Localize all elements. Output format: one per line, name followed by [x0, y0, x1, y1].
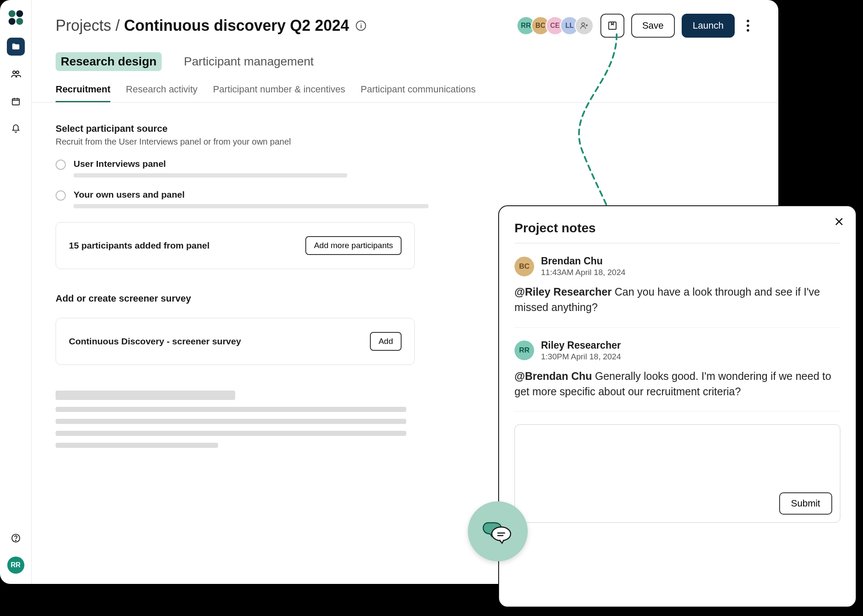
- more-menu-button[interactable]: [742, 20, 754, 32]
- sub-tabs: RecruitmentResearch activityParticipant …: [32, 84, 778, 103]
- note-timestamp: 11:43AM April 18, 2024: [541, 268, 626, 277]
- sidebar-item-help[interactable]: [7, 529, 25, 547]
- note-timestamp: 1:30PM April 18, 2024: [541, 352, 621, 361]
- sidebar-item-people[interactable]: [7, 65, 25, 83]
- bell-icon: [11, 124, 21, 133]
- note-item: RRRiley Researcher1:30PM April 18, 2024@…: [514, 328, 840, 412]
- help-icon: [11, 533, 21, 543]
- breadcrumb-parent[interactable]: Projects: [56, 17, 111, 35]
- note-textarea[interactable]: [523, 432, 832, 492]
- note-author: Riley Researcher: [541, 340, 621, 351]
- panel-participants-card: 15 participants added from panel Add mor…: [56, 222, 415, 269]
- section-desc: Recruit from the User Interviews panel o…: [56, 137, 754, 147]
- note-avatar: RR: [514, 341, 534, 360]
- svg-point-0: [13, 71, 15, 74]
- placeholder-line: [74, 204, 429, 208]
- svg-point-5: [582, 23, 585, 26]
- note-author: Brendan Chu: [541, 255, 626, 267]
- tab-participant-management[interactable]: Participant management: [179, 52, 319, 71]
- submit-note-button[interactable]: Submit: [779, 492, 832, 515]
- placeholder-line: [74, 173, 347, 178]
- chat-bubbles-icon: [481, 514, 515, 548]
- sub-tab[interactable]: Recruitment: [56, 84, 110, 102]
- close-icon: [833, 216, 845, 227]
- collaborator-avatars: RRBCCELL: [517, 16, 594, 35]
- launch-button[interactable]: Launch: [682, 14, 735, 38]
- note-body: @Brendan Chu Generally looks good. I'm w…: [514, 368, 840, 400]
- close-notes-button[interactable]: [833, 216, 845, 230]
- notes-title: Project notes: [514, 221, 840, 243]
- section-title: Select participant source: [56, 123, 754, 134]
- save-button[interactable]: Save: [631, 14, 675, 38]
- mention[interactable]: @Brendan Chu: [514, 370, 592, 382]
- card-text: Continuous Discovery - screener survey: [69, 336, 241, 346]
- note-body: @Riley Researcher Can you have a look th…: [514, 284, 840, 315]
- add-collaborator-button[interactable]: [575, 16, 594, 35]
- info-icon[interactable]: i: [356, 21, 366, 31]
- note-input-box: Submit: [514, 424, 840, 523]
- notes-list: BCBrendan Chu11:43AM April 18, 2024@Rile…: [514, 243, 840, 412]
- folder-icon: [11, 42, 21, 51]
- sub-tab[interactable]: Participant number & incentives: [213, 84, 345, 102]
- breadcrumb-sep: /: [115, 17, 120, 35]
- notes-button[interactable]: [600, 14, 624, 38]
- sidebar: RR: [0, 0, 32, 584]
- sub-tab[interactable]: Participant communications: [361, 84, 476, 102]
- sub-tab[interactable]: Research activity: [126, 84, 198, 102]
- svg-point-7: [492, 527, 511, 541]
- card-text: 15 participants added from panel: [69, 240, 210, 251]
- sidebar-item-projects[interactable]: [7, 38, 25, 56]
- people-icon: [11, 69, 21, 79]
- app-logo: [9, 10, 23, 25]
- tab-research-design[interactable]: Research design: [56, 52, 162, 71]
- screener-card: Continuous Discovery - screener survey A…: [56, 318, 415, 365]
- project-notes-panel: Project notes BCBrendan Chu11:43AM April…: [498, 205, 857, 607]
- sidebar-item-calendar[interactable]: [7, 92, 25, 110]
- note-icon: [607, 20, 618, 31]
- mode-tabs: Research design Participant management: [56, 52, 754, 71]
- breadcrumb: Projects / Continuous discovery Q2 2024 …: [56, 17, 366, 35]
- person-plus-icon: [580, 21, 588, 30]
- sidebar-user-avatar[interactable]: RR: [7, 557, 24, 574]
- chat-fab[interactable]: [468, 501, 528, 561]
- note-avatar: BC: [514, 257, 534, 276]
- option-label: Your own users and panel: [74, 190, 754, 200]
- add-screener-button[interactable]: Add: [370, 332, 402, 351]
- radio-icon[interactable]: [56, 190, 66, 201]
- svg-rect-6: [609, 22, 616, 29]
- source-option-0[interactable]: User Interviews panel: [56, 159, 754, 178]
- svg-rect-2: [12, 99, 19, 105]
- calendar-icon: [11, 97, 21, 106]
- breadcrumb-current: Continuous discovery Q2 2024: [124, 17, 349, 35]
- add-more-participants-button[interactable]: Add more participants: [305, 236, 402, 255]
- sidebar-item-notifications[interactable]: [7, 120, 25, 138]
- mention[interactable]: @Riley Researcher: [514, 286, 612, 298]
- radio-icon[interactable]: [56, 160, 66, 170]
- svg-point-1: [16, 71, 19, 74]
- note-item: BCBrendan Chu11:43AM April 18, 2024@Rile…: [514, 243, 840, 328]
- svg-point-4: [15, 540, 16, 541]
- option-label: User Interviews panel: [74, 159, 754, 169]
- header: Projects / Continuous discovery Q2 2024 …: [56, 14, 754, 38]
